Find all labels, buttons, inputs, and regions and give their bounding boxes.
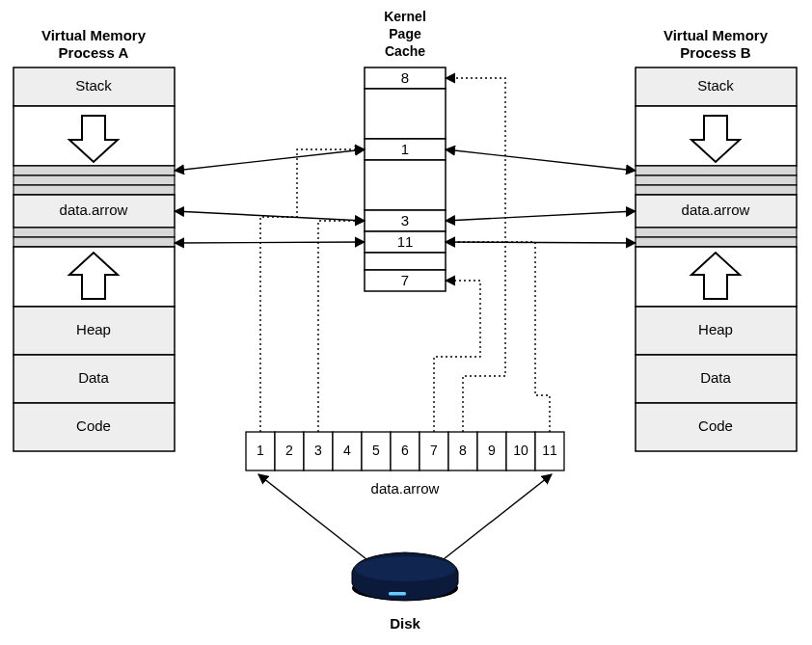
disk-cell-6: 6 (401, 443, 409, 458)
disk-cell-9: 9 (488, 443, 496, 458)
vm-b-heap: Heap (698, 321, 733, 337)
svg-rect-2 (14, 166, 175, 175)
disk-icon (352, 552, 458, 601)
svg-rect-4 (14, 185, 175, 195)
vm-a-stack: Stack (75, 77, 112, 94)
edge-b-top-to-cache1 (446, 149, 636, 171)
vm-b-data: Data (700, 369, 731, 386)
title-mid-1: Kernel (384, 9, 426, 24)
svg-rect-14 (636, 166, 797, 175)
disk-to-array-left (258, 474, 366, 559)
edge-a-bot-to-cache11 (175, 242, 365, 243)
disk-cell-7: 7 (430, 443, 438, 458)
svg-rect-3 (14, 175, 175, 185)
cache-page-8: 8 (401, 69, 409, 86)
edge-b-mid-to-cache3 (446, 211, 636, 221)
svg-rect-15 (636, 175, 797, 185)
disk-cell-5: 5 (372, 443, 380, 458)
vm-a-heap: Heap (76, 321, 111, 337)
svg-rect-25 (365, 89, 446, 139)
title-left-1: Virtual Memory (41, 27, 147, 43)
svg-rect-19 (636, 237, 797, 247)
disk-cell-11: 11 (542, 443, 557, 458)
svg-rect-6 (14, 228, 175, 237)
disk-file-label: data.arrow (371, 480, 440, 497)
vm-process-b: Stack data.arrow Heap Data Code (636, 67, 797, 451)
cache-page-1: 1 (401, 141, 409, 157)
vm-b-stack: Stack (697, 77, 734, 94)
disk-cell-4: 4 (343, 443, 351, 458)
kernel-page-cache: 8 1 3 11 7 (365, 67, 446, 291)
vm-process-a: Stack data.arrow Heap Data Code (14, 67, 175, 451)
vm-b-mmap: data.arrow (682, 202, 750, 218)
title-right-1: Virtual Memory (663, 27, 769, 43)
disk-file-array: 1 2 3 4 5 6 7 8 9 10 11 data.arrow (246, 432, 564, 497)
svg-rect-16 (636, 185, 797, 195)
dash-disk8-to-cache8 (446, 78, 505, 432)
disk-cell-1: 1 (257, 443, 264, 458)
disk-cell-3: 3 (314, 443, 322, 458)
cache-page-11: 11 (397, 233, 414, 250)
disk-title: Disk (390, 615, 420, 632)
title-mid-3: Cache (385, 43, 425, 59)
cache-page-7: 7 (401, 272, 409, 288)
disk-cell-2: 2 (285, 443, 293, 458)
disk-to-array-right (444, 474, 552, 559)
dash-disk11-to-cache11 (446, 242, 550, 432)
svg-rect-27 (365, 160, 446, 210)
svg-rect-30 (365, 253, 446, 270)
dash-disk1-to-cache1 (260, 149, 365, 432)
edge-a-mid-to-cache3 (175, 211, 365, 221)
svg-point-44 (355, 556, 455, 581)
dash-disk7-to-cache7 (434, 281, 480, 432)
title-right-2: Process B (680, 44, 751, 61)
disk-cell-8: 8 (459, 443, 467, 458)
svg-rect-7 (14, 237, 175, 247)
cache-page-3: 3 (401, 212, 409, 228)
title-mid-2: Page (389, 26, 421, 41)
svg-rect-45 (389, 592, 406, 596)
vm-a-mmap: data.arrow (60, 202, 128, 218)
vm-b-code: Code (698, 417, 733, 434)
title-left-2: Process A (59, 44, 129, 61)
vm-a-code: Code (76, 417, 111, 434)
vm-a-data: Data (78, 369, 109, 386)
svg-rect-18 (636, 228, 797, 237)
dash-disk3-to-cache3 (318, 221, 365, 432)
disk-cell-10: 10 (513, 443, 528, 458)
edge-a-top-to-cache1 (175, 149, 365, 171)
